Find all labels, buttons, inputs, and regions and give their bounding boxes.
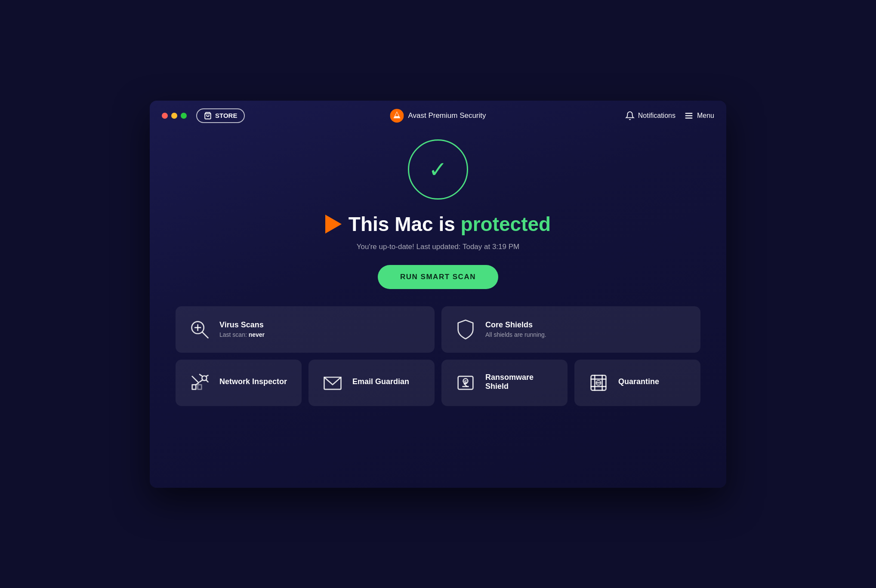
cards-section: Virus Scans Last scan: never Core Shield… bbox=[176, 306, 700, 406]
quarantine-title: Quarantine bbox=[618, 377, 659, 386]
network-inspector-text: Network Inspector bbox=[219, 377, 287, 388]
menu-button[interactable]: Menu bbox=[684, 111, 714, 120]
checkmark-icon: ✓ bbox=[429, 158, 447, 181]
title-right: Notifications Menu bbox=[625, 111, 714, 120]
avast-logo-icon bbox=[390, 109, 404, 123]
play-arrow-icon bbox=[325, 215, 342, 234]
ransomware-shield-text: Ransomware Shield bbox=[485, 373, 555, 393]
notifications-button[interactable]: Notifications bbox=[625, 111, 676, 120]
minimize-button[interactable] bbox=[171, 113, 177, 119]
cards-row-1: Virus Scans Last scan: never Core Shield… bbox=[176, 306, 700, 353]
cart-icon bbox=[204, 112, 212, 120]
virus-scans-icon bbox=[188, 318, 211, 341]
core-shields-title: Core Shields bbox=[485, 320, 546, 329]
quarantine-card[interactable]: Quarantine bbox=[574, 360, 700, 406]
core-shields-text: Core Shields All shields are running. bbox=[485, 320, 546, 338]
title-bar: STORE Avast Premium Security Notificatio… bbox=[150, 101, 726, 131]
core-shields-icon bbox=[454, 318, 477, 341]
email-guardian-title: Email Guardian bbox=[352, 377, 409, 386]
update-subtitle: You're up-to-date! Last updated: Today a… bbox=[357, 243, 519, 251]
quarantine-icon bbox=[587, 372, 610, 394]
hamburger-icon bbox=[684, 111, 694, 120]
app-window: STORE Avast Premium Security Notificatio… bbox=[150, 101, 726, 488]
menu-label: Menu bbox=[697, 112, 714, 120]
virus-scans-card[interactable]: Virus Scans Last scan: never bbox=[176, 306, 435, 353]
title-center: Avast Premium Security bbox=[390, 109, 486, 123]
headline-prefix: This Mac is bbox=[349, 213, 461, 235]
main-content: ✓ This Mac is protected You're up-to-dat… bbox=[150, 131, 726, 423]
traffic-lights bbox=[162, 113, 187, 119]
cards-row-2: Network Inspector Email Guardian bbox=[176, 360, 700, 406]
status-headline: This Mac is protected bbox=[325, 212, 551, 236]
svg-text:$: $ bbox=[464, 379, 467, 385]
email-guardian-card[interactable]: Email Guardian bbox=[308, 360, 435, 406]
protection-circle: ✓ bbox=[408, 139, 468, 200]
virus-scans-title: Virus Scans bbox=[219, 320, 265, 329]
run-smart-scan-button[interactable]: RUN SMART SCAN bbox=[378, 265, 498, 289]
store-button[interactable]: STORE bbox=[196, 108, 245, 123]
maximize-button[interactable] bbox=[181, 113, 187, 119]
ransomware-shield-title: Ransomware Shield bbox=[485, 373, 555, 391]
svg-line-6 bbox=[203, 332, 208, 338]
close-button[interactable] bbox=[162, 113, 168, 119]
headline-accent: protected bbox=[461, 213, 551, 235]
store-label: STORE bbox=[215, 112, 237, 119]
network-inspector-card[interactable]: Network Inspector bbox=[176, 360, 302, 406]
virus-scans-subtitle: Last scan: never bbox=[219, 331, 265, 338]
network-inspector-title: Network Inspector bbox=[219, 377, 287, 386]
quarantine-text: Quarantine bbox=[618, 377, 659, 388]
core-shields-card[interactable]: Core Shields All shields are running. bbox=[441, 306, 700, 353]
headline-text: This Mac is protected bbox=[349, 212, 551, 236]
network-inspector-icon bbox=[188, 372, 211, 394]
bell-icon bbox=[625, 111, 635, 120]
ransomware-shield-icon: $ bbox=[454, 372, 477, 394]
email-guardian-text: Email Guardian bbox=[352, 377, 409, 388]
notifications-label: Notifications bbox=[638, 112, 676, 120]
ransomware-shield-card[interactable]: $ Ransomware Shield bbox=[441, 360, 568, 406]
virus-scans-text: Virus Scans Last scan: never bbox=[219, 320, 265, 338]
email-guardian-icon bbox=[321, 372, 344, 394]
app-title: Avast Premium Security bbox=[408, 111, 486, 120]
core-shields-subtitle: All shields are running. bbox=[485, 331, 546, 338]
